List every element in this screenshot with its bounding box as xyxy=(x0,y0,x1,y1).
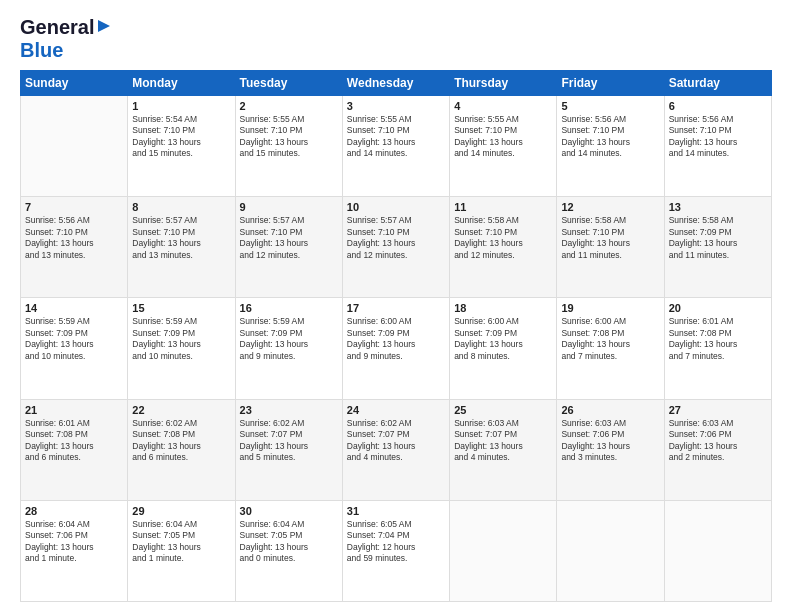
calendar-cell: 29Sunrise: 6:04 AM Sunset: 7:05 PM Dayli… xyxy=(128,500,235,601)
calendar-cell: 7Sunrise: 5:56 AM Sunset: 7:10 PM Daylig… xyxy=(21,197,128,298)
day-info: Sunrise: 6:04 AM Sunset: 7:06 PM Dayligh… xyxy=(25,519,123,565)
day-info: Sunrise: 6:00 AM Sunset: 7:08 PM Dayligh… xyxy=(561,316,659,362)
day-number: 6 xyxy=(669,100,767,112)
day-number: 15 xyxy=(132,302,230,314)
day-info: Sunrise: 5:58 AM Sunset: 7:10 PM Dayligh… xyxy=(561,215,659,261)
weekday-header-cell: Friday xyxy=(557,71,664,96)
day-info: Sunrise: 6:01 AM Sunset: 7:08 PM Dayligh… xyxy=(25,418,123,464)
calendar-cell: 4Sunrise: 5:55 AM Sunset: 7:10 PM Daylig… xyxy=(450,96,557,197)
logo-arrow-icon xyxy=(96,18,112,38)
day-number: 29 xyxy=(132,505,230,517)
day-number: 13 xyxy=(669,201,767,213)
day-number: 3 xyxy=(347,100,445,112)
day-number: 16 xyxy=(240,302,338,314)
calendar-cell: 12Sunrise: 5:58 AM Sunset: 7:10 PM Dayli… xyxy=(557,197,664,298)
calendar-week-row: 28Sunrise: 6:04 AM Sunset: 7:06 PM Dayli… xyxy=(21,500,772,601)
day-info: Sunrise: 6:03 AM Sunset: 7:06 PM Dayligh… xyxy=(561,418,659,464)
weekday-header-cell: Tuesday xyxy=(235,71,342,96)
page: General Blue SundayMondayTuesdayWednesda… xyxy=(0,0,792,612)
weekday-header-cell: Saturday xyxy=(664,71,771,96)
calendar-cell xyxy=(450,500,557,601)
day-info: Sunrise: 5:57 AM Sunset: 7:10 PM Dayligh… xyxy=(240,215,338,261)
day-number: 5 xyxy=(561,100,659,112)
weekday-header-row: SundayMondayTuesdayWednesdayThursdayFrid… xyxy=(21,71,772,96)
calendar-week-row: 7Sunrise: 5:56 AM Sunset: 7:10 PM Daylig… xyxy=(21,197,772,298)
header: General Blue xyxy=(20,16,772,62)
day-number: 8 xyxy=(132,201,230,213)
day-info: Sunrise: 6:01 AM Sunset: 7:08 PM Dayligh… xyxy=(669,316,767,362)
day-info: Sunrise: 6:00 AM Sunset: 7:09 PM Dayligh… xyxy=(347,316,445,362)
weekday-header-cell: Monday xyxy=(128,71,235,96)
calendar-cell: 23Sunrise: 6:02 AM Sunset: 7:07 PM Dayli… xyxy=(235,399,342,500)
calendar-cell: 14Sunrise: 5:59 AM Sunset: 7:09 PM Dayli… xyxy=(21,298,128,399)
calendar-table: SundayMondayTuesdayWednesdayThursdayFrid… xyxy=(20,70,772,602)
day-info: Sunrise: 6:05 AM Sunset: 7:04 PM Dayligh… xyxy=(347,519,445,565)
calendar-cell: 22Sunrise: 6:02 AM Sunset: 7:08 PM Dayli… xyxy=(128,399,235,500)
day-info: Sunrise: 6:02 AM Sunset: 7:07 PM Dayligh… xyxy=(347,418,445,464)
day-number: 23 xyxy=(240,404,338,416)
day-info: Sunrise: 5:56 AM Sunset: 7:10 PM Dayligh… xyxy=(561,114,659,160)
day-number: 21 xyxy=(25,404,123,416)
calendar-cell: 3Sunrise: 5:55 AM Sunset: 7:10 PM Daylig… xyxy=(342,96,449,197)
day-number: 4 xyxy=(454,100,552,112)
day-info: Sunrise: 5:58 AM Sunset: 7:10 PM Dayligh… xyxy=(454,215,552,261)
day-number: 10 xyxy=(347,201,445,213)
weekday-header-cell: Sunday xyxy=(21,71,128,96)
calendar-cell: 2Sunrise: 5:55 AM Sunset: 7:10 PM Daylig… xyxy=(235,96,342,197)
day-info: Sunrise: 5:59 AM Sunset: 7:09 PM Dayligh… xyxy=(240,316,338,362)
day-info: Sunrise: 6:02 AM Sunset: 7:07 PM Dayligh… xyxy=(240,418,338,464)
calendar-cell: 13Sunrise: 5:58 AM Sunset: 7:09 PM Dayli… xyxy=(664,197,771,298)
day-number: 9 xyxy=(240,201,338,213)
logo-general: General xyxy=(20,16,94,39)
day-number: 19 xyxy=(561,302,659,314)
calendar-cell: 26Sunrise: 6:03 AM Sunset: 7:06 PM Dayli… xyxy=(557,399,664,500)
calendar-body: 1Sunrise: 5:54 AM Sunset: 7:10 PM Daylig… xyxy=(21,96,772,602)
calendar-cell: 16Sunrise: 5:59 AM Sunset: 7:09 PM Dayli… xyxy=(235,298,342,399)
day-info: Sunrise: 5:57 AM Sunset: 7:10 PM Dayligh… xyxy=(347,215,445,261)
calendar-cell: 28Sunrise: 6:04 AM Sunset: 7:06 PM Dayli… xyxy=(21,500,128,601)
calendar-cell: 30Sunrise: 6:04 AM Sunset: 7:05 PM Dayli… xyxy=(235,500,342,601)
day-info: Sunrise: 6:03 AM Sunset: 7:06 PM Dayligh… xyxy=(669,418,767,464)
day-info: Sunrise: 5:59 AM Sunset: 7:09 PM Dayligh… xyxy=(25,316,123,362)
calendar-cell: 10Sunrise: 5:57 AM Sunset: 7:10 PM Dayli… xyxy=(342,197,449,298)
weekday-header-cell: Wednesday xyxy=(342,71,449,96)
day-info: Sunrise: 5:59 AM Sunset: 7:09 PM Dayligh… xyxy=(132,316,230,362)
day-info: Sunrise: 5:55 AM Sunset: 7:10 PM Dayligh… xyxy=(454,114,552,160)
day-number: 26 xyxy=(561,404,659,416)
day-number: 31 xyxy=(347,505,445,517)
calendar-cell: 19Sunrise: 6:00 AM Sunset: 7:08 PM Dayli… xyxy=(557,298,664,399)
calendar-cell: 6Sunrise: 5:56 AM Sunset: 7:10 PM Daylig… xyxy=(664,96,771,197)
day-number: 28 xyxy=(25,505,123,517)
day-info: Sunrise: 5:58 AM Sunset: 7:09 PM Dayligh… xyxy=(669,215,767,261)
svg-marker-0 xyxy=(98,20,110,32)
day-info: Sunrise: 6:04 AM Sunset: 7:05 PM Dayligh… xyxy=(240,519,338,565)
calendar-cell: 31Sunrise: 6:05 AM Sunset: 7:04 PM Dayli… xyxy=(342,500,449,601)
calendar-cell xyxy=(21,96,128,197)
day-number: 12 xyxy=(561,201,659,213)
day-number: 22 xyxy=(132,404,230,416)
day-number: 24 xyxy=(347,404,445,416)
calendar-cell xyxy=(557,500,664,601)
day-info: Sunrise: 5:56 AM Sunset: 7:10 PM Dayligh… xyxy=(25,215,123,261)
day-number: 2 xyxy=(240,100,338,112)
calendar-cell: 17Sunrise: 6:00 AM Sunset: 7:09 PM Dayli… xyxy=(342,298,449,399)
day-info: Sunrise: 6:03 AM Sunset: 7:07 PM Dayligh… xyxy=(454,418,552,464)
day-number: 27 xyxy=(669,404,767,416)
calendar-cell: 15Sunrise: 5:59 AM Sunset: 7:09 PM Dayli… xyxy=(128,298,235,399)
day-info: Sunrise: 5:55 AM Sunset: 7:10 PM Dayligh… xyxy=(240,114,338,160)
calendar-cell: 25Sunrise: 6:03 AM Sunset: 7:07 PM Dayli… xyxy=(450,399,557,500)
logo-blue: Blue xyxy=(20,39,63,61)
day-info: Sunrise: 5:55 AM Sunset: 7:10 PM Dayligh… xyxy=(347,114,445,160)
day-number: 11 xyxy=(454,201,552,213)
day-number: 25 xyxy=(454,404,552,416)
calendar-week-row: 21Sunrise: 6:01 AM Sunset: 7:08 PM Dayli… xyxy=(21,399,772,500)
day-number: 18 xyxy=(454,302,552,314)
day-info: Sunrise: 5:56 AM Sunset: 7:10 PM Dayligh… xyxy=(669,114,767,160)
calendar-cell: 20Sunrise: 6:01 AM Sunset: 7:08 PM Dayli… xyxy=(664,298,771,399)
day-info: Sunrise: 5:57 AM Sunset: 7:10 PM Dayligh… xyxy=(132,215,230,261)
calendar-cell: 9Sunrise: 5:57 AM Sunset: 7:10 PM Daylig… xyxy=(235,197,342,298)
day-info: Sunrise: 6:00 AM Sunset: 7:09 PM Dayligh… xyxy=(454,316,552,362)
day-number: 7 xyxy=(25,201,123,213)
calendar-cell: 18Sunrise: 6:00 AM Sunset: 7:09 PM Dayli… xyxy=(450,298,557,399)
calendar-cell: 1Sunrise: 5:54 AM Sunset: 7:10 PM Daylig… xyxy=(128,96,235,197)
